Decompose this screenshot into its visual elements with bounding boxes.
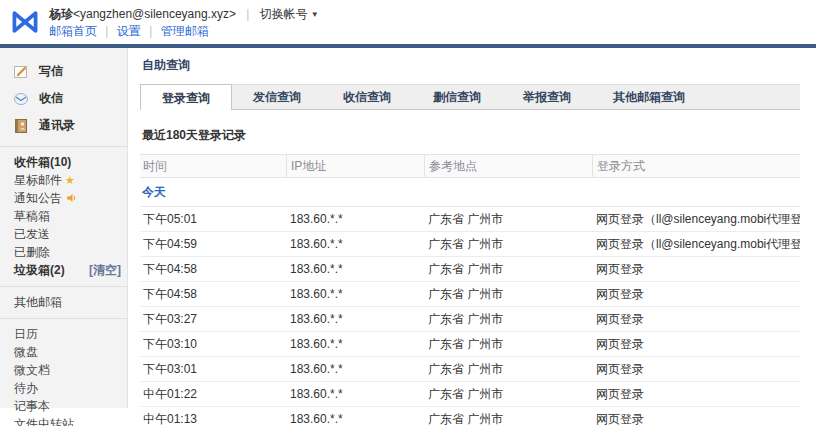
main-content: 自助查询 登录查询 发信查询 收信查询 删信查询 举报查询 其他邮箱查询 最近1… (128, 48, 816, 426)
table-row: 中午01:22 183.60.*.* 广东省 广州市 网页登录 (140, 382, 800, 407)
divider: | (149, 24, 152, 38)
chevron-down-icon: ▼ (311, 10, 319, 19)
sidebar-item-calendar[interactable]: 日历 (0, 325, 127, 343)
divider (0, 318, 127, 319)
sidebar-item-file-transfer[interactable]: 文件中转站 (0, 415, 127, 426)
sidebar-item-write[interactable]: 写信 (0, 58, 127, 85)
sidebar-item-notebook[interactable]: 记事本 (0, 397, 127, 415)
sidebar-item-todo[interactable]: 待办 (0, 379, 127, 397)
compose-icon (14, 65, 30, 79)
tab-receive-query[interactable]: 收信查询 (322, 85, 412, 109)
section-title: 最近180天登录记录 (140, 127, 800, 144)
sidebar-item-weidisk[interactable]: 微盘 (0, 343, 127, 361)
star-icon (65, 174, 75, 186)
divider: | (246, 7, 249, 21)
divider (0, 146, 127, 147)
column-header-location: 参考地点 (424, 155, 592, 177)
speaker-icon (66, 193, 77, 203)
nav-admin-link[interactable]: 管理邮箱 (161, 24, 209, 38)
table-row: 下午05:01 183.60.*.* 广东省 广州市 网页登录（ll@silen… (140, 207, 800, 232)
column-header-method: 登录方式 (592, 155, 800, 177)
switch-account-button[interactable]: 切换帐号▼ (260, 7, 319, 21)
date-group-label: 今天 (140, 178, 800, 207)
column-header-time: 时间 (140, 155, 286, 177)
sidebar-item-weidoc[interactable]: 微文档 (0, 361, 127, 379)
page-title: 自助查询 (140, 52, 800, 84)
sidebar-item-deleted[interactable]: 已删除 (0, 243, 127, 261)
tab-other-mailbox-query[interactable]: 其他邮箱查询 (592, 85, 706, 109)
sidebar-item-drafts[interactable]: 草稿箱 (0, 207, 127, 225)
sidebar-item-sent[interactable]: 已发送 (0, 225, 127, 243)
mail-logo-icon (10, 9, 40, 35)
sidebar-item-inbox[interactable]: 收件箱(10) (0, 153, 127, 171)
table-header: 时间 IP地址 参考地点 登录方式 (140, 154, 800, 178)
table-row: 下午03:27 183.60.*.* 广东省 广州市 网页登录 (140, 307, 800, 332)
contacts-book-icon (14, 119, 30, 133)
empty-junk-button[interactable]: [清空] (89, 263, 121, 277)
sidebar-item-announcements[interactable]: 通知公告 (0, 189, 127, 207)
tab-report-query[interactable]: 举报查询 (502, 85, 592, 109)
sidebar-item-other-mailbox[interactable]: 其他邮箱 (0, 293, 127, 311)
login-history-table: 时间 IP地址 参考地点 登录方式 今天 下午05:01 183.60.*.* … (140, 154, 800, 426)
sidebar-item-junk[interactable]: 垃圾箱(2)[清空] (0, 261, 127, 279)
tab-send-query[interactable]: 发信查询 (232, 85, 322, 109)
sidebar: 写信 收信 通讯录 收件箱(10) 星标邮件 通知公告 草稿箱 已发送 已删除 … (0, 48, 128, 408)
header: 杨珍<yangzhen@silenceyang.xyz> | 切换帐号▼ 邮箱首… (0, 0, 816, 44)
table-row: 下午04:58 183.60.*.* 广东省 广州市 网页登录 (140, 257, 800, 282)
tab-delete-query[interactable]: 删信查询 (412, 85, 502, 109)
column-header-ip: IP地址 (286, 155, 424, 177)
account-email: <yangzhen@silenceyang.xyz> (73, 7, 236, 21)
highlighted-login-method: 网页登录（ll@silenceyang.mobi代理登录） (596, 207, 800, 231)
account-name: 杨珍 (49, 7, 73, 21)
query-tabs: 登录查询 发信查询 收信查询 删信查询 举报查询 其他邮箱查询 (140, 84, 800, 110)
table-row: 下午04:59 183.60.*.* 广东省 广州市 网页登录（ll@silen… (140, 232, 800, 257)
sidebar-item-contacts[interactable]: 通讯录 (0, 112, 127, 139)
table-row: 下午03:10 183.60.*.* 广东省 广州市 网页登录 (140, 332, 800, 357)
divider: | (105, 24, 108, 38)
tab-login-query[interactable]: 登录查询 (140, 84, 232, 110)
envelope-icon (14, 92, 30, 106)
nav-settings-link[interactable]: 设置 (117, 24, 141, 38)
sidebar-item-starred[interactable]: 星标邮件 (0, 171, 127, 189)
table-row: 中午01:13 183.60.*.* 广东省 广州市 网页登录 (140, 407, 800, 426)
table-row: 下午03:01 183.60.*.* 广东省 广州市 网页登录 (140, 357, 800, 382)
nav-mail-home-link[interactable]: 邮箱首页 (49, 24, 97, 38)
table-row: 下午04:58 183.60.*.* 广东省 广州市 网页登录 (140, 282, 800, 307)
sidebar-item-receive[interactable]: 收信 (0, 85, 127, 112)
divider (0, 286, 127, 287)
